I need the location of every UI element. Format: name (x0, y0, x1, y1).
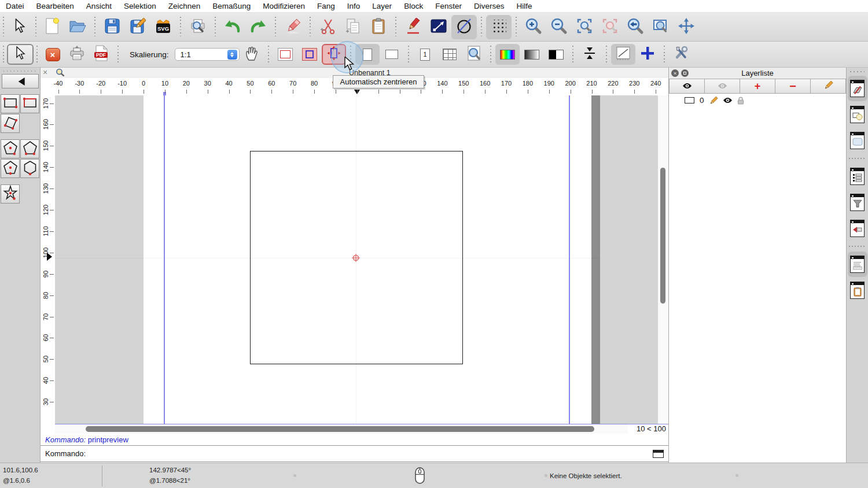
palette-drag-handle[interactable] (3, 71, 37, 72)
menu-diverses[interactable]: Diverses (474, 2, 505, 10)
zoom-auto-button[interactable] (572, 15, 597, 39)
settings-tools-button[interactable] (669, 44, 693, 65)
menu-datei[interactable]: Datei (6, 2, 24, 10)
new-document-button[interactable] (39, 15, 65, 39)
panel-close-icon[interactable]: × (671, 69, 679, 77)
open-file-button[interactable] (65, 15, 90, 39)
menu-bemassung[interactable]: Bemaßung (212, 2, 251, 10)
line-tool-button[interactable] (426, 15, 451, 39)
show-all-layers-button[interactable] (669, 79, 705, 94)
command-input[interactable] (89, 449, 653, 458)
menu-modifizieren[interactable]: Modifizieren (263, 2, 305, 10)
draft-mode-button[interactable] (611, 44, 635, 65)
toolbar-drag-handle[interactable] (3, 17, 4, 37)
hide-all-layers-button[interactable] (705, 79, 740, 94)
dock-drag-handle[interactable] (850, 71, 865, 72)
horizontal-scrollbar[interactable]: 10 < 100 (55, 424, 668, 434)
panel-float-icon[interactable] (681, 69, 689, 77)
rectangle-rotated-tool[interactable] (1, 114, 20, 133)
delete-button[interactable] (280, 15, 306, 39)
add-layer-button[interactable]: + (740, 79, 775, 94)
horizontal-scrollbar-thumb[interactable] (86, 426, 594, 432)
compress-vertical-button[interactable] (578, 44, 602, 65)
stepper-arrows-icon[interactable] (227, 50, 237, 60)
vertical-scrollbar-thumb[interactable] (660, 168, 665, 304)
dock-library-button[interactable] (848, 128, 867, 153)
selection-arrow-button-active[interactable] (7, 44, 34, 65)
palette-back-button[interactable] (2, 74, 39, 88)
pan-hand-button[interactable] (240, 44, 264, 65)
selection-arrow-button[interactable] (7, 15, 32, 39)
circle-tool-button[interactable] (451, 15, 477, 39)
menu-ansicht[interactable]: Ansicht (86, 2, 112, 10)
rectangle-2-corners-tool[interactable] (1, 94, 20, 113)
save-as-button[interactable] (125, 15, 150, 39)
dock-entity-filter-button[interactable] (848, 190, 867, 215)
menu-selektion[interactable]: Selektion (124, 2, 156, 10)
tab-close-icon[interactable]: × (43, 68, 47, 77)
color-mode-button[interactable] (495, 44, 520, 65)
layer-lock-icon[interactable] (737, 97, 744, 105)
print-preview-button[interactable] (185, 15, 211, 39)
paper-border-button[interactable] (273, 44, 297, 65)
tiled-pages-button[interactable] (437, 44, 462, 65)
crosshair-button[interactable] (635, 44, 660, 65)
menu-bearbeiten[interactable]: Bearbeiten (36, 2, 74, 10)
page-borders-button[interactable] (297, 44, 322, 65)
dock-clipboard-button[interactable] (848, 278, 867, 303)
detach-command-window-icon[interactable] (653, 450, 664, 458)
zoom-window-button[interactable] (648, 15, 674, 39)
cut-button[interactable] (315, 15, 340, 39)
layer-edit-pencil-icon[interactable] (709, 96, 718, 105)
export-svg-button[interactable]: SVG (150, 15, 176, 39)
menu-fang[interactable]: Fang (317, 2, 335, 10)
save-button[interactable] (100, 15, 125, 39)
polygon-center-corner-tool[interactable] (1, 139, 20, 158)
zoom-back-button[interactable] (623, 15, 648, 39)
remove-layer-button[interactable]: − (775, 79, 811, 94)
zoom-previous-button-disabled[interactable] (597, 15, 623, 39)
dock-entity-list-button[interactable] (848, 164, 867, 189)
menu-block[interactable]: Block (404, 2, 423, 10)
menu-layer[interactable]: Layer (372, 2, 392, 10)
toolbar-drag-handle[interactable] (3, 46, 4, 63)
vertical-scrollbar[interactable] (658, 95, 668, 424)
tab-magnifier-icon[interactable] (56, 68, 65, 79)
zoom-out-button[interactable] (546, 15, 572, 39)
edit-layer-button[interactable] (811, 79, 846, 94)
toolbar-drag-handle[interactable] (35, 17, 36, 37)
dock-command-widget-button[interactable] (848, 216, 867, 241)
fit-page-button[interactable] (462, 44, 486, 65)
zoom-pan-button[interactable] (674, 15, 699, 39)
auto-center-button[interactable] (322, 44, 346, 65)
drawing-canvas[interactable] (55, 95, 668, 424)
toolbar-drag-handle[interactable] (36, 46, 38, 63)
pen-tool-button[interactable] (400, 15, 426, 39)
redo-button[interactable] (245, 15, 271, 39)
polygon-hexagon-tool[interactable] (20, 159, 39, 178)
menu-info[interactable]: Info (347, 2, 361, 10)
landscape-button[interactable] (380, 44, 404, 65)
menu-hilfe[interactable]: Hilfe (516, 2, 532, 10)
copy-button[interactable] (340, 15, 366, 39)
dock-layer-list-button[interactable] (848, 76, 867, 101)
export-pdf-button[interactable]: PDF (89, 44, 113, 65)
portrait-button[interactable] (355, 44, 380, 65)
menu-zeichnen[interactable]: Zeichnen (168, 2, 201, 10)
print-button[interactable] (65, 44, 89, 65)
scale-select[interactable]: 1:1 (175, 48, 240, 61)
close-print-preview-button[interactable]: × (41, 44, 65, 65)
star-tool[interactable] (1, 184, 20, 204)
zoom-in-button[interactable] (521, 15, 546, 39)
layer-visibility-eye-icon[interactable] (723, 97, 733, 103)
undo-button[interactable] (220, 15, 245, 39)
polygon-2-corners-tool[interactable] (20, 139, 39, 158)
layer-row[interactable]: 0 (669, 94, 846, 107)
polygon-center-side-tool[interactable] (1, 159, 20, 178)
page-numbers-button[interactable]: 1 (413, 44, 437, 65)
dock-block-list-button[interactable] (848, 102, 867, 127)
blackwhite-mode-button[interactable] (544, 44, 568, 65)
paste-button[interactable] (366, 15, 391, 39)
rectangle-corner-tool[interactable] (20, 94, 39, 113)
menu-fenster[interactable]: Fenster (435, 2, 462, 10)
